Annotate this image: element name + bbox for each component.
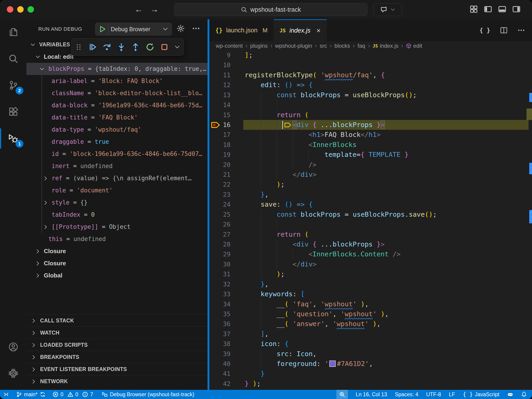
code-line[interactable]: 12edit: () => {	[209, 80, 532, 90]
continue-icon[interactable]	[88, 42, 97, 52]
step-into-icon[interactable]	[117, 42, 126, 52]
section-header-loaded-scripts[interactable]: LOADED SCRIPTS	[26, 339, 208, 351]
layout-grid-icon[interactable]	[470, 5, 478, 13]
step-over-icon[interactable]	[102, 42, 111, 52]
code-line[interactable]: 41}	[209, 369, 532, 379]
code-line[interactable]: 42} );	[209, 379, 532, 389]
breadcrumb-item-faq[interactable]: faq	[357, 43, 365, 49]
code-line[interactable]: 13const blockProps = useBlockProps();	[209, 90, 532, 100]
code-line[interactable]: 30</div>	[209, 259, 532, 269]
status-copilot[interactable]	[507, 390, 513, 399]
scope-row[interactable]: Global	[26, 269, 208, 282]
close-icon[interactable]: ×	[317, 26, 321, 35]
variable-row[interactable]: data-type = 'wpshout/faq'	[26, 124, 208, 136]
code-line[interactable]: 26	[209, 219, 532, 229]
breakpoint-current-line-icon[interactable]	[211, 121, 220, 129]
status-language[interactable]: { }JavaScript	[463, 390, 500, 399]
variable-row[interactable]: aria-label = 'Block: FAQ Block'	[26, 75, 208, 87]
code-line[interactable]: 20/>	[209, 160, 532, 170]
chat-button[interactable]	[373, 3, 402, 16]
code-line[interactable]: 21</div>	[209, 170, 532, 180]
command-center[interactable]: wpshout-fast-track	[174, 3, 367, 16]
status-eol[interactable]: LF	[449, 390, 455, 399]
section-header-event-listener-breakpoints[interactable]: EVENT LISTENER BREAKPOINTS	[26, 363, 208, 375]
stop-icon[interactable]	[160, 42, 169, 52]
activity-bar-item-accounts[interactable]	[0, 336, 26, 358]
code-line[interactable]: 23},	[209, 190, 532, 200]
code-line[interactable]: 19template={ TEMPLATE }	[209, 150, 532, 160]
window-minimize-button[interactable]	[17, 6, 24, 13]
step-out-icon[interactable]	[131, 42, 140, 52]
status-indentation[interactable]: Spaces: 4	[395, 390, 418, 399]
variable-row[interactable]: [[Prototype]] = Object	[26, 221, 208, 233]
code-line[interactable]: 18<InnerBlocks	[209, 140, 532, 150]
code-line[interactable]: 40foreground: '#7A61D2',	[209, 359, 532, 369]
activity-bar-item-manage[interactable]	[0, 362, 26, 384]
status-debug-session[interactable]: Debug Browser (wpshout-fast-track)	[102, 390, 194, 399]
sidebar-resize-sash[interactable]	[208, 19, 209, 390]
variable-row[interactable]: this = undefined	[26, 233, 208, 245]
scope-row[interactable]: Closure	[26, 257, 208, 269]
code-line[interactable]: 27return (	[209, 229, 532, 239]
status-remote-indicator[interactable]	[3, 390, 9, 399]
code-line[interactable]: 16<div { ...blockProps }>	[209, 120, 532, 130]
status-problems[interactable]: 007	[52, 390, 95, 399]
panel-bottom-icon[interactable]	[498, 5, 506, 13]
status-encoding[interactable]: UTF-8	[426, 390, 441, 399]
code-line[interactable]: 39src: Icon,	[209, 349, 532, 359]
activity-bar-item-extensions[interactable]	[0, 101, 26, 123]
code-line[interactable]: 38icon: {	[209, 339, 532, 349]
activity-bar-item-run-and-debug[interactable]: 1	[0, 127, 26, 150]
breadcrumb-item-wpshout-plugin[interactable]: wpshout-plugin	[275, 43, 312, 49]
gear-icon[interactable]	[177, 24, 185, 32]
code-line[interactable]: 24save: () => {	[209, 200, 532, 209]
breadcrumb-item-wp-content[interactable]: wp-content	[216, 43, 243, 49]
breadcrumb-item-src[interactable]: src	[320, 43, 327, 49]
breadcrumb-item-plugins[interactable]: plugins	[250, 43, 268, 49]
code-line[interactable]: 10	[209, 60, 532, 70]
code-line[interactable]: 32},	[209, 279, 532, 289]
variable-row[interactable]: blockProps = {tabIndex: 0, draggable: tr…	[26, 63, 208, 75]
variable-row[interactable]: ref = (value) => {\n assignRef(element…	[26, 172, 208, 184]
debug-config-dropdown[interactable]: Debug Browser	[95, 23, 172, 36]
code-line[interactable]: 14	[209, 100, 532, 110]
activity-bar-item-explorer[interactable]	[0, 21, 26, 43]
split-editor-icon[interactable]	[500, 26, 508, 34]
variable-row[interactable]: tabIndex = 0	[26, 209, 208, 221]
back-arrow-icon[interactable]: ←	[133, 4, 145, 15]
more-dots-icon[interactable]	[517, 26, 525, 34]
code-line[interactable]: 15return (	[209, 110, 532, 120]
variable-row[interactable]: role = 'document'	[26, 184, 208, 196]
variable-row[interactable]: data-block = '196e1a99-636c-4846-be66-75…	[26, 99, 208, 111]
code-line[interactable]: 37],	[209, 329, 532, 339]
section-header-watch[interactable]: WATCH	[26, 327, 208, 339]
breadcrumb-toggle-icon[interactable]: { }	[480, 27, 490, 34]
variable-row[interactable]: className = 'block-editor-block-list__bl…	[26, 87, 208, 99]
tab-launch-json[interactable]: {}launch.jsonM	[209, 19, 274, 41]
window-zoom-button[interactable]	[27, 6, 34, 13]
section-header-breakpoints[interactable]: BREAKPOINTS	[26, 351, 208, 363]
code-line[interactable]: 33keywords: [	[209, 289, 532, 299]
variable-row[interactable]: id = 'block-196e1a99-636c-4846-be66-75d0…	[26, 148, 208, 160]
code-line[interactable]: 11registerBlockType( 'wpshout/faq', {	[209, 70, 532, 80]
breadcrumb-item-edit[interactable]: edit	[406, 43, 422, 49]
code-line[interactable]: 28<div { ...blockProps }>	[209, 239, 532, 249]
code-line[interactable]: 17<h1>FAQ Block</h1>	[209, 130, 532, 140]
code-line[interactable]: 36__( 'answer', 'wpshout' ),	[209, 319, 532, 329]
variable-row[interactable]: inert = undefined	[26, 160, 208, 172]
variable-row[interactable]: style = {}	[26, 196, 208, 209]
code-line[interactable]: 31);	[209, 269, 532, 279]
more-icon[interactable]	[174, 44, 180, 50]
section-header-call-stack[interactable]: CALL STACK	[26, 314, 208, 327]
restart-icon[interactable]	[145, 42, 155, 52]
variable-row[interactable]: data-title = 'FAQ Block'	[26, 111, 208, 124]
breadcrumb-item-index-js[interactable]: JSindex.js	[373, 43, 398, 49]
forward-arrow-icon[interactable]: →	[149, 4, 160, 15]
code-line[interactable]: 9];	[209, 50, 532, 60]
breadcrumb-item-blocks[interactable]: blocks	[335, 43, 350, 49]
code-editor[interactable]: 9];1011registerBlockType( 'wpshout/faq',…	[209, 50, 532, 390]
code-line[interactable]: 29<InnerBlocks.Content />	[209, 249, 532, 259]
status-notifications[interactable]	[521, 390, 527, 399]
activity-bar-item-search[interactable]	[0, 48, 26, 70]
code-line[interactable]: 25const blockProps = useBlockProps.save(…	[209, 209, 532, 219]
